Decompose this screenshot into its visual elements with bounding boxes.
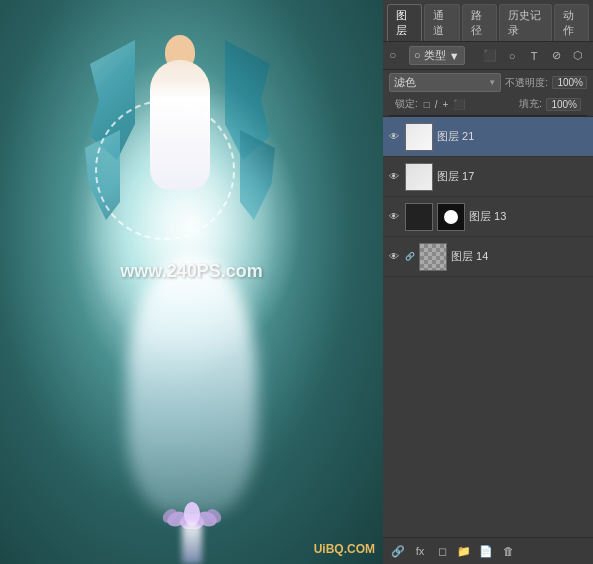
layer-name-13: 图层 13 (469, 209, 589, 224)
layer-item-14[interactable]: 👁 🔗 图层 14 (383, 237, 593, 277)
canvas-area: www.240PS.com UiBQ.COM (0, 0, 383, 564)
search-filter-icons: ⬛ ○ T ⊘ ⬡ (481, 47, 587, 65)
filter-shape-icon[interactable]: ⊘ (547, 47, 565, 65)
chevron-down-icon: ▼ (449, 50, 460, 62)
layers-toolbar: 🔗 fx ◻ 📁 📄 🗑 (383, 537, 593, 564)
layer-name-21: 图层 21 (437, 129, 589, 144)
layer-link-icon-14[interactable]: 🔗 (405, 250, 415, 264)
blend-mode-label: 滤色 (394, 75, 416, 90)
layers-list: 👁 图层 21 👁 图层 17 👁 图层 13 👁 🔗 (383, 117, 593, 537)
bottom-watermark: UiBQ.COM (314, 542, 375, 556)
layers-panel: ○ ○ 类型 ▼ ⬛ ○ T ⊘ ⬡ 滤色 ▼ 不透明度: 100% (383, 42, 593, 564)
lock-all-icon[interactable]: ⬛ (453, 99, 465, 110)
lock-paint-icon[interactable]: / (435, 99, 438, 110)
layer-thumbnail-21 (405, 123, 433, 151)
layer-thumbnail-13 (405, 203, 433, 231)
tab-history[interactable]: 历史记录 (499, 4, 552, 41)
layer-visibility-icon-21[interactable]: 👁 (387, 130, 401, 144)
layer-name-17: 图层 17 (437, 169, 589, 184)
layer-name-14: 图层 14 (451, 249, 589, 264)
fill-value[interactable]: 100% (546, 98, 581, 111)
light-beam (182, 524, 202, 564)
link-layers-button[interactable]: 🔗 (389, 542, 407, 560)
tab-actions[interactable]: 动作 (554, 4, 589, 41)
lock-row: 锁定: □ / + ⬛ 填充: 100% (389, 95, 587, 116)
layer-visibility-icon-13[interactable]: 👁 (387, 210, 401, 224)
filter-pixel-icon[interactable]: ⬛ (481, 47, 499, 65)
selection-circle (95, 100, 235, 240)
opacity-value[interactable]: 100% (552, 76, 587, 89)
layer-visibility-icon-14[interactable]: 👁 (387, 250, 401, 264)
new-layer-button[interactable]: 📄 (477, 542, 495, 560)
lock-icons: □ / + ⬛ (424, 99, 466, 110)
ps-panel: 图层 通道 路径 历史记录 动作 ○ ○ 类型 ▼ ⬛ ○ T ⊘ ⬡ (383, 0, 593, 564)
panel-tabs: 图层 通道 路径 历史记录 动作 (383, 0, 593, 42)
lock-position-icon[interactable]: + (443, 99, 449, 110)
search-icon: ○ (389, 48, 405, 64)
tab-channels[interactable]: 通道 (424, 4, 459, 41)
fill-row: 填充: 100% (519, 97, 581, 111)
lock-label: 锁定: (395, 97, 418, 111)
layer-item-17[interactable]: 👁 图层 17 (383, 157, 593, 197)
search-type-label: ○ 类型 (414, 48, 446, 63)
layer-item-13[interactable]: 👁 图层 13 (383, 197, 593, 237)
watermark: www.240PS.com (120, 260, 262, 281)
layer-item-21[interactable]: 👁 图层 21 (383, 117, 593, 157)
tab-layers[interactable]: 图层 (387, 4, 422, 41)
layers-search-row: ○ ○ 类型 ▼ ⬛ ○ T ⊘ ⬡ (383, 42, 593, 70)
svg-point-5 (184, 502, 200, 526)
add-mask-button[interactable]: ◻ (433, 542, 451, 560)
opacity-label: 不透明度: (505, 76, 548, 90)
layer-mask-13 (437, 203, 465, 231)
new-group-button[interactable]: 📁 (455, 542, 473, 560)
blend-chevron-icon: ▼ (488, 78, 496, 87)
delete-layer-button[interactable]: 🗑 (499, 542, 517, 560)
layer-thumbnail-17 (405, 163, 433, 191)
tab-paths[interactable]: 路径 (462, 4, 497, 41)
lock-pixel-icon[interactable]: □ (424, 99, 430, 110)
layer-thumbnail-14 (419, 243, 447, 271)
filter-smart-icon[interactable]: ⬡ (569, 47, 587, 65)
fx-button[interactable]: fx (411, 542, 429, 560)
filter-adjustment-icon[interactable]: ○ (503, 47, 521, 65)
fx-icon: fx (416, 545, 425, 557)
blend-mode-select[interactable]: 滤色 ▼ (389, 73, 501, 92)
search-type-dropdown[interactable]: ○ 类型 ▼ (409, 46, 465, 65)
filter-type-icon[interactable]: T (525, 47, 543, 65)
fill-label: 填充: (519, 97, 542, 111)
layer-visibility-icon-17[interactable]: 👁 (387, 170, 401, 184)
